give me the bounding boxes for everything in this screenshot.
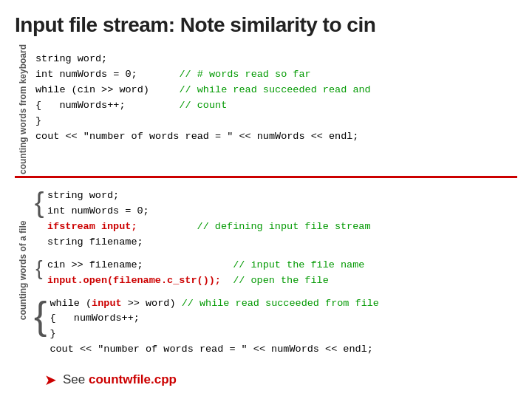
brace-2: { [34, 258, 47, 279]
bottom-code-area: { string word; int numWords = 0; ifstrea… [31, 183, 517, 358]
code-group-1: { string word; int numWords = 0; ifstrea… [34, 188, 517, 250]
footer-arrow-icon: ➤ [44, 371, 57, 389]
group3-code: while (input >> word) // while read succ… [50, 296, 379, 358]
open-brace-2: { [35, 258, 42, 279]
group2-pre: cin >> filename; // input the file name … [47, 258, 364, 289]
open-brace-3: { [34, 296, 47, 335]
code-group-3: { while (input >> word) // while read su… [34, 296, 517, 358]
bottom-side-label: counting words of a file [15, 183, 31, 358]
footer-link: countwfile.cpp [89, 372, 177, 386]
line4: { numWords++; // count [35, 100, 227, 111]
brace-3: { [34, 296, 50, 335]
bottom-section: counting words of a file { string word; … [15, 181, 517, 358]
group1-code: string word; int numWords = 0; ifstream … [47, 188, 371, 250]
brace-1: { [34, 188, 47, 216]
footer: ➤ See countwfile.cpp [44, 371, 177, 389]
code-group-2: { cin >> filename; // input the file nam… [34, 258, 517, 289]
group1-pre: string word; int numWords = 0; ifstream … [47, 188, 371, 250]
top-code-pre: string word; int numWords = 0; // # word… [35, 52, 513, 145]
line1: string word; [35, 53, 107, 64]
footer-text: See countwfile.cpp [63, 372, 177, 387]
line5: } [35, 115, 41, 126]
open-brace-1: { [35, 188, 44, 216]
line2: int numWords = 0; // # words read so far [35, 69, 311, 80]
slide: Input file stream: Note similarity to ci… [0, 0, 532, 399]
top-side-label: counting words from keyboard [15, 44, 31, 174]
top-section: counting words from keyboard string word… [15, 44, 517, 178]
top-code-block: string word; int numWords = 0; // # word… [31, 44, 517, 174]
line3: while (cin >> word) // while read succee… [35, 84, 371, 95]
line6: cout << "number of words read = " << num… [35, 131, 358, 142]
slide-title: Input file stream: Note similarity to ci… [15, 13, 517, 37]
group2-code: cin >> filename; // input the file name … [47, 258, 364, 289]
group3-pre: while (input >> word) // while read succ… [50, 296, 379, 358]
